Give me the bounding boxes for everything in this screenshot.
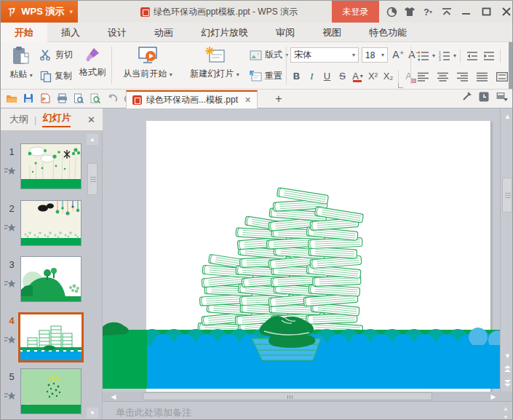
align-right-button[interactable] <box>455 69 470 84</box>
scroll-right-icon[interactable]: ▶ <box>488 392 498 401</box>
find-icon[interactable] <box>88 91 103 106</box>
magic-wand-icon[interactable] <box>461 92 472 105</box>
document-tab-bar: P ▾ 绿色环保动画...模板.ppt ✕ + <box>1 90 513 108</box>
view-options-icon[interactable] <box>496 92 508 105</box>
collapse-ribbon-icon[interactable] <box>439 4 455 19</box>
skin-theme-icon[interactable] <box>402 4 418 19</box>
slide-thumbnail-3[interactable] <box>20 256 81 302</box>
tab-view[interactable]: 视图 <box>309 23 355 42</box>
print-preview-icon[interactable] <box>71 91 86 106</box>
presentation-file-icon <box>140 7 150 17</box>
copy-button[interactable]: 复制 <box>40 70 72 82</box>
new-slide-button[interactable]: 新建幻灯片 ▾ <box>184 46 245 80</box>
history-clock-icon[interactable] <box>479 92 489 105</box>
play-slideshow-icon <box>137 46 159 66</box>
tab-slideshow[interactable]: 幻灯片放映 <box>187 23 262 42</box>
layout-button[interactable]: 版式▾ <box>250 49 288 61</box>
tab-home[interactable]: 开始 <box>1 23 47 42</box>
scroll-left-icon[interactable]: ◀ <box>108 392 119 401</box>
canvas-horizontal-scrollbar[interactable]: ◀ ▶ <box>103 392 500 401</box>
wps-logo-label: WPS 演示 <box>21 5 64 18</box>
tab-slides[interactable]: 幻灯片 <box>42 111 71 127</box>
italic-button[interactable]: I <box>304 68 319 84</box>
slide-thumbnail-1[interactable] <box>20 143 81 189</box>
format-painter-button[interactable]: 格式刷 <box>76 47 108 79</box>
slide-thumbnail-2[interactable] <box>20 200 81 246</box>
ribbon-separator <box>286 47 287 84</box>
tab-review[interactable]: 审阅 <box>262 23 309 42</box>
previous-slide-icon[interactable] <box>502 363 513 374</box>
login-button[interactable]: 未登录 <box>332 1 379 23</box>
wps-presentation-window: ㄗ WPS 演示 ▾ 绿色环保动画ppt模板.ppt - WPS 演示 未登录 … <box>0 0 513 420</box>
font-size-select[interactable]: 18▾ <box>362 47 388 63</box>
tab-design[interactable]: 设计 <box>94 23 140 42</box>
close-button[interactable] <box>498 4 513 19</box>
align-left-button[interactable] <box>415 69 431 84</box>
document-tab-label: 绿色环保动画...模板.ppt <box>146 94 238 106</box>
scroll-down-icon[interactable]: ▼ <box>502 350 513 361</box>
scroll-up-icon[interactable]: ▲ <box>502 111 513 122</box>
slide-panel-scrollbar[interactable]: ▲ ▼ <box>87 132 98 420</box>
scrollbar-thumb[interactable] <box>502 178 512 213</box>
font-name-select[interactable]: 宋体▾ <box>290 47 359 63</box>
next-slide-icon[interactable] <box>502 377 513 388</box>
distribute-text-button[interactable] <box>494 69 509 84</box>
wps-menu-button[interactable]: ㄗ WPS 演示 ▾ <box>1 1 78 23</box>
reset-button[interactable]: 重置 <box>250 70 282 82</box>
close-tab-icon[interactable]: ✕ <box>244 95 251 105</box>
underline-button[interactable]: U <box>319 68 335 84</box>
svg-text:3: 3 <box>439 58 441 61</box>
bold-button[interactable]: B <box>289 68 304 84</box>
canvas-vertical-scrollbar[interactable]: ▲ ▼ <box>500 108 513 392</box>
paste-button[interactable]: 粘贴 ▾ <box>5 46 37 81</box>
minimize-button[interactable] <box>458 4 474 19</box>
decrease-indent-button[interactable] <box>464 48 480 63</box>
notes-scroll-up-icon[interactable]: ▲ <box>501 405 511 413</box>
close-panel-icon[interactable]: ✕ <box>87 114 95 125</box>
save-icon[interactable] <box>21 91 36 106</box>
tab-special-features[interactable]: 特色功能 <box>355 23 421 42</box>
export-pdf-icon[interactable]: P <box>38 91 52 106</box>
animation-star-icon <box>4 390 16 403</box>
justify-button[interactable] <box>474 69 490 84</box>
slide-number-selected: 4 <box>5 315 18 326</box>
notes-bar[interactable]: 单击此处添加备注 ▲ ▼ <box>103 401 513 420</box>
slide-number: 2 <box>5 203 18 214</box>
scroll-down-icon[interactable]: ▼ <box>87 408 98 419</box>
scrollbar-thumb[interactable] <box>143 392 432 400</box>
align-center-button[interactable] <box>435 69 450 84</box>
task-pane-handle[interactable] <box>509 42 513 89</box>
animation-star-icon <box>4 165 16 178</box>
print-icon[interactable] <box>55 91 69 106</box>
titlebar: ㄗ WPS 演示 ▾ 绿色环保动画ppt模板.ppt - WPS 演示 未登录 … <box>1 1 513 23</box>
slide-thumbnail-5[interactable] <box>20 368 81 414</box>
tab-outline[interactable]: 大纲 <box>9 113 28 126</box>
tab-animation[interactable]: 动画 <box>140 23 187 42</box>
play-from-current-button[interactable]: 从当前开始 ▾ <box>116 46 180 80</box>
cut-button[interactable]: 剪切 <box>40 49 73 61</box>
font-dialog-launcher[interactable] <box>398 83 403 88</box>
slide-thumbnail-4[interactable] <box>18 312 84 362</box>
new-tab-button[interactable]: + <box>271 92 286 106</box>
maximize-button[interactable] <box>478 4 494 19</box>
superscript-button[interactable]: X² <box>365 68 381 84</box>
open-icon[interactable] <box>4 91 19 106</box>
scroll-up-icon[interactable]: ▲ <box>87 134 98 145</box>
slide-canvas[interactable] <box>103 108 500 392</box>
grow-font-button[interactable]: A⁺ <box>391 47 406 62</box>
help-button[interactable]: ?▾ <box>418 4 437 19</box>
undo-icon[interactable] <box>105 91 119 106</box>
document-tab[interactable]: 绿色环保动画...模板.ppt ✕ <box>126 90 258 108</box>
feedback-icon[interactable] <box>383 4 399 19</box>
notes-scroll-down-icon[interactable]: ▼ <box>501 413 511 420</box>
tab-insert[interactable]: 插入 <box>47 23 94 42</box>
subscript-button[interactable]: X₂ <box>381 68 396 84</box>
numbered-list-button[interactable]: 123 <box>437 48 452 63</box>
strikethrough-button[interactable]: S <box>335 68 350 84</box>
notes-placeholder[interactable]: 单击此处添加备注 <box>116 406 191 419</box>
clear-format-button[interactable]: A <box>401 68 416 84</box>
bullet-list-button[interactable] <box>415 48 431 63</box>
scrollbar-thumb[interactable] <box>87 163 98 195</box>
font-color-button[interactable]: A▾ <box>350 68 365 84</box>
increase-indent-button[interactable] <box>481 48 496 63</box>
